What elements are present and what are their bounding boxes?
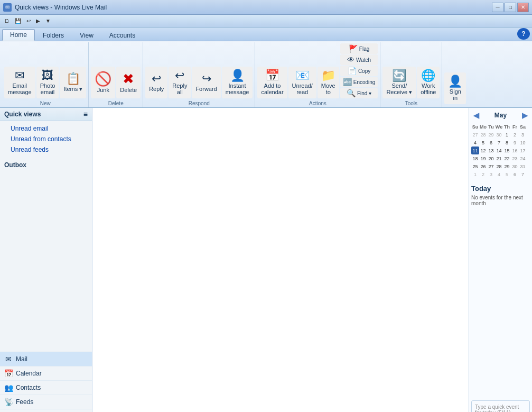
quick-undo-button[interactable]: ↩ [24,16,33,26]
nav-feeds[interactable]: 📡 Feeds [0,395,92,409]
cal-cell-0-2[interactable]: 29 [487,131,495,139]
nav-calendar[interactable]: 📅 Calendar [0,367,92,381]
cal-cell-5-4[interactable]: 5 [503,170,511,178]
cal-cell-1-6[interactable]: 10 [519,139,527,147]
work-offline-button[interactable]: 🌐 Workoffline [417,67,440,98]
title-bar: ✉ Quick views - Windows Live Mail ─ □ ✕ [0,0,532,15]
send-receive-button[interactable]: 🔄 Send/Receive ▾ [382,67,416,98]
instant-message-label: Instantmessage [226,83,249,95]
outbox-label[interactable]: Outbox [4,161,88,169]
unread-feeds-item[interactable]: Unread feeds [0,144,92,155]
cal-cell-3-2[interactable]: 20 [487,154,495,162]
sidebar-nav: ✉ Mail 📅 Calendar 👥 Contacts 📡 Feeds 📰 N… [0,352,92,412]
cal-cell-3-6[interactable]: 24 [519,154,527,162]
move-to-label: Moveto [321,83,335,95]
unread-email-item[interactable]: Unread email [0,123,92,134]
cal-hdr-mo: Mo [479,123,487,131]
calendar-prev-button[interactable]: ◀ [471,111,481,120]
instant-message-icon: 👤 [230,70,245,81]
cal-cell-2-2[interactable]: 13 [487,147,495,154]
cal-cell-2-3[interactable]: 14 [495,147,503,154]
today-section: Today No events for the next month [471,185,530,206]
cal-cell-3-1[interactable]: 19 [479,154,487,162]
cal-cell-1-3[interactable]: 7 [495,139,503,147]
quick-views-title: Quick views [4,111,41,118]
add-calendar-label: Add tocalendar [261,83,283,95]
cal-cell-5-3[interactable]: 4 [495,170,503,178]
delete-button[interactable]: ✖ Delete [116,67,141,98]
cal-cell-4-3[interactable]: 28 [495,162,503,170]
cal-cell-2-5[interactable]: 16 [511,147,519,154]
cal-cell-3-3[interactable]: 21 [495,154,503,162]
cal-cell-1-5[interactable]: 9 [511,139,519,147]
reply-button[interactable]: ↩ Reply [145,67,167,98]
calendar-next-button[interactable]: ▶ [520,111,530,120]
work-offline-label: Workoffline [421,83,436,95]
move-to-button[interactable]: 📁 Moveto [318,67,339,98]
cal-cell-0-6[interactable]: 3 [519,131,527,139]
cal-cell-2-1[interactable]: 12 [479,147,487,154]
nav-contacts[interactable]: 👥 Contacts [0,381,92,395]
cal-cell-4-1[interactable]: 26 [479,162,487,170]
cal-cell-1-0[interactable]: 4 [471,139,479,147]
cal-cell-2-6[interactable]: 17 [519,147,527,154]
quick-new-button[interactable]: 🗋 [2,16,12,26]
cal-cell-0-5[interactable]: 2 [511,131,519,139]
cal-cell-4-5[interactable]: 30 [511,162,519,170]
watch-button[interactable]: 👁 Watch [340,54,378,65]
cal-cell-2-0[interactable]: 11 [471,147,479,154]
cal-cell-4-0[interactable]: 25 [471,162,479,170]
maximize-button[interactable]: □ [505,3,516,12]
cal-cell-3-0[interactable]: 18 [471,154,479,162]
cal-cell-3-5[interactable]: 23 [511,154,519,162]
quick-dropdown[interactable]: ▼ [43,16,53,26]
minimize-button[interactable]: ─ [492,3,503,12]
quick-event-input[interactable]: Type a quick event for today (5/11) [471,400,530,412]
cal-cell-5-5[interactable]: 6 [511,170,519,178]
unread-from-contacts-item[interactable]: Unread from contacts [0,134,92,144]
sign-in-button[interactable]: 👤 Signin [444,72,466,104]
forward-button[interactable]: ↪ Forward [192,67,220,98]
cal-cell-3-4[interactable]: 22 [503,154,511,162]
email-message-button[interactable]: ✉ Emailmessage [4,67,35,98]
items-button[interactable]: 📋 Items ▾ [60,67,86,98]
ribbon-group-new: ✉ Emailmessage 🖼 Photoemail 📋 Items ▾ Ne… [2,42,89,107]
tab-folders[interactable]: Folders [35,29,72,41]
photo-email-button[interactable]: 🖼 Photoemail [36,67,59,98]
encoding-button[interactable]: 🔤 Encoding [340,77,378,87]
nav-newsgroups[interactable]: 📰 Newsgroups [0,409,92,412]
cal-cell-4-4[interactable]: 29 [503,162,511,170]
cal-cell-0-3[interactable]: 30 [495,131,503,139]
cal-cell-0-0[interactable]: 27 [471,131,479,139]
cal-cell-4-6[interactable]: 31 [519,162,527,170]
nav-mail[interactable]: ✉ Mail [0,352,92,367]
copy-button[interactable]: 📄 Copy [340,66,378,76]
cal-cell-0-1[interactable]: 28 [479,131,487,139]
cal-cell-5-6[interactable]: 7 [519,170,527,178]
cal-cell-0-4[interactable]: 1 [503,131,511,139]
unread-read-button[interactable]: 📧 Unread/read [288,67,316,98]
close-button[interactable]: ✕ [517,3,529,12]
cal-cell-5-2[interactable]: 3 [487,170,495,178]
cal-cell-1-1[interactable]: 5 [479,139,487,147]
cal-cell-4-2[interactable]: 27 [487,162,495,170]
cal-cell-1-2[interactable]: 6 [487,139,495,147]
cal-cell-1-4[interactable]: 8 [503,139,511,147]
find-button[interactable]: 🔍 Find ▾ [340,88,378,98]
cal-cell-5-1[interactable]: 2 [479,170,487,178]
quick-forward-nav[interactable]: ▶ [34,16,42,26]
tab-view[interactable]: View [72,29,101,41]
delete-label: Delete [120,87,137,93]
tab-accounts[interactable]: Accounts [101,29,143,41]
reply-all-button[interactable]: ↩ Replyall [169,67,191,98]
help-icon[interactable]: ? [517,28,530,40]
flag-button[interactable]: 🚩 Flag [340,43,378,54]
cal-cell-5-0[interactable]: 1 [471,170,479,178]
add-to-calendar-button[interactable]: 📅 Add tocalendar [257,67,287,98]
quick-save-button[interactable]: 💾 [13,16,23,26]
quick-views-options-icon[interactable]: ≡ [83,110,88,118]
tab-home[interactable]: Home [2,29,35,41]
instant-message-button[interactable]: 👤 Instantmessage [222,67,253,98]
junk-button[interactable]: 🚫 Junk [91,67,115,98]
cal-cell-2-4[interactable]: 15 [503,147,511,154]
